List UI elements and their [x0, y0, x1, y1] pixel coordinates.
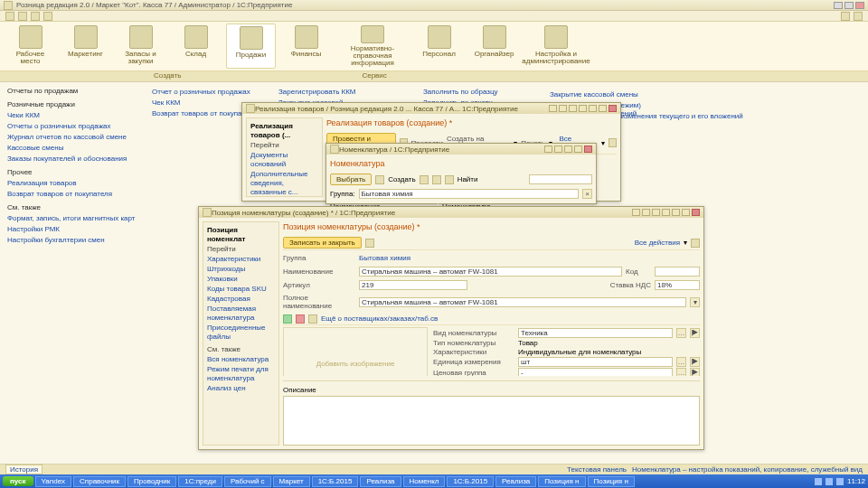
toolbar-icon[interactable] [559, 105, 567, 112]
minimize-button[interactable] [672, 209, 680, 216]
start-button[interactable]: пуск [3, 476, 33, 486]
status-link[interactable]: Текстовая панель [567, 465, 627, 474]
minimize-button[interactable] [834, 2, 843, 9]
side-link[interactable]: Поставляемая номенклатура [207, 305, 275, 323]
open-button[interactable]: ⯈ [690, 328, 700, 338]
copy-icon[interactable] [420, 175, 429, 184]
close-button[interactable] [855, 2, 864, 9]
window-header[interactable]: Позиция номенклатуры (создание) * / 1С:П… [199, 207, 703, 218]
nav-link[interactable]: Отчет о розничных продажах [152, 87, 264, 97]
toolbar-icon[interactable] [554, 145, 562, 153]
nav-link[interactable]: Настройки бухгалтерии смен [7, 235, 137, 245]
nav-link[interactable]: Закрытие кассовой смены [550, 89, 861, 99]
choose-button[interactable]: Выбрать [330, 174, 372, 185]
nav-link[interactable]: Формат, запись, итоги магнитных карт [7, 213, 137, 223]
add-icon[interactable] [283, 314, 292, 324]
clear-button[interactable]: × [582, 189, 592, 199]
qa-icon[interactable] [841, 12, 850, 21]
taskbar-item[interactable]: Маркет [273, 476, 310, 487]
toolbar-icon[interactable] [544, 145, 552, 153]
toolbar-icon[interactable] [632, 209, 640, 216]
lookup-button[interactable]: … [676, 328, 686, 338]
remove-icon[interactable] [296, 314, 305, 324]
input-unit[interactable]: шт [518, 357, 673, 367]
open-button[interactable]: ⯈ [690, 368, 700, 376]
toolbar-icon[interactable] [569, 105, 577, 112]
toolbar-icon[interactable] [662, 209, 670, 216]
find-button[interactable]: Найти [458, 175, 478, 183]
ribbon-tab[interactable]: Органайзер [469, 23, 519, 69]
lookup-button[interactable]: … [676, 357, 686, 367]
search-input[interactable] [529, 174, 592, 184]
refresh-icon[interactable] [308, 314, 317, 324]
tray-icon[interactable] [836, 478, 844, 485]
ribbon-tab[interactable]: Финансы [281, 23, 331, 69]
side-link[interactable]: Дополнительные сведения, связанные с... [250, 170, 318, 197]
input-vid[interactable]: Техника [518, 328, 673, 338]
side-link[interactable]: Штрихкоды [207, 265, 275, 274]
ribbon-tab[interactable]: Нормативно-справочная информация [336, 23, 409, 69]
status-link[interactable]: Номенклатура – настройка показаний, копи… [632, 465, 863, 474]
nav-link[interactable]: Зарегистрировать ККМ [278, 87, 409, 97]
input-article[interactable]: 219 [359, 280, 467, 290]
nav-link[interactable]: Настройки РМК [7, 224, 137, 234]
nav-link[interactable]: Заказы покупателей и обоснования [7, 154, 137, 164]
qa-icon[interactable] [43, 12, 52, 21]
image-placeholder[interactable]: Добавить изображение [283, 327, 428, 376]
group-filter[interactable]: Бытовая химия [359, 189, 579, 199]
taskbar-item[interactable]: 1С:Б.2015 [312, 476, 359, 487]
side-link[interactable]: Кадастровая [207, 295, 275, 304]
taskbar-item[interactable]: Проводник [127, 476, 176, 487]
taskbar-item[interactable]: Позиция н [538, 476, 585, 487]
input-name[interactable]: Стиральная машина – автомат FW-1081 [359, 267, 622, 277]
value-group[interactable]: Бытовая химия [359, 254, 410, 262]
input-code[interactable] [655, 267, 700, 277]
qa-icon[interactable] [5, 12, 14, 21]
ribbon-tab[interactable]: Настройка и администрирование [524, 23, 588, 69]
help-icon[interactable] [609, 138, 617, 147]
close-button[interactable] [692, 209, 700, 216]
more-link[interactable]: Ещё о поставщиках/заказах/таб.св [321, 314, 438, 323]
ribbon-tab[interactable]: Маркетинг [61, 23, 110, 69]
nav-link[interactable]: Чеки ККМ [7, 110, 137, 120]
history-link[interactable]: История [5, 465, 42, 474]
side-link[interactable]: Анализ цен [207, 384, 275, 393]
dropdown-button[interactable]: ▾ [690, 297, 700, 307]
create-icon[interactable] [375, 175, 384, 184]
toolbar-icon[interactable] [549, 105, 557, 112]
all-actions[interactable]: Все действия [635, 239, 680, 247]
ribbon-tab[interactable]: Рабочее место [5, 23, 55, 69]
minimize-button[interactable] [574, 145, 582, 153]
nav-link[interactable]: Кассовые смены [7, 143, 137, 153]
taskbar-item[interactable]: 1С:Б.2015 [447, 476, 494, 487]
taskbar-item[interactable]: Рабочий с [224, 476, 271, 487]
save-close-button[interactable]: Записать и закрыть [283, 237, 362, 249]
taskbar-item[interactable]: Номенкл [403, 476, 446, 487]
side-link[interactable]: Перейти [250, 141, 318, 150]
qa-icon[interactable] [854, 12, 863, 21]
taskbar-item[interactable]: Позиция н [588, 476, 635, 487]
qa-icon[interactable] [18, 12, 27, 21]
close-button[interactable] [584, 145, 592, 153]
side-link[interactable]: Присоединенные файлы [207, 324, 275, 342]
side-link[interactable]: Упаковки [207, 275, 275, 284]
delete-icon[interactable] [445, 175, 454, 184]
input-description[interactable] [283, 396, 700, 446]
minimize-button[interactable] [589, 105, 597, 112]
taskbar-item[interactable]: Справочник [73, 476, 126, 487]
ribbon-tab[interactable]: Склад [171, 23, 221, 69]
ribbon-tab[interactable]: Персонал [414, 23, 464, 69]
tray-icon[interactable] [815, 478, 822, 485]
window-header[interactable]: Номенклатура / 1С:Предприятие [326, 144, 596, 155]
side-link[interactable]: Документы оснований [250, 151, 318, 169]
lookup-button[interactable]: … [676, 368, 686, 376]
toolbar-icon[interactable] [652, 209, 660, 216]
toolbar-icon[interactable] [564, 145, 572, 153]
window-header[interactable]: Реализация товаров / Розница редакция 2.… [242, 103, 620, 114]
tray-icon[interactable] [826, 478, 833, 485]
side-link[interactable]: Коды товара SKU [207, 285, 275, 294]
nav-link[interactable]: Возврат товаров от покупателя [7, 189, 137, 199]
ribbon-tab[interactable]: Запасы и закупки [116, 23, 165, 69]
maximize-button[interactable] [844, 2, 854, 9]
open-button[interactable]: ⯈ [690, 357, 700, 367]
